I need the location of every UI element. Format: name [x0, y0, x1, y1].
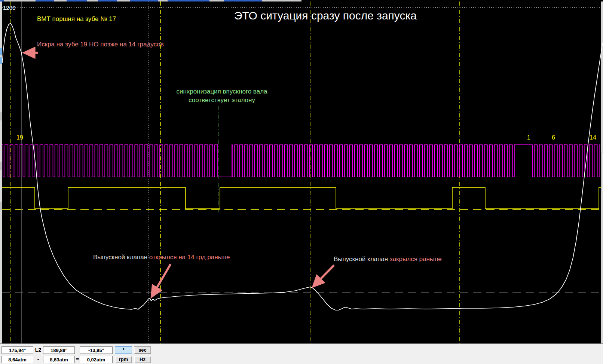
- tooth-number-6: 6: [552, 134, 555, 141]
- tooth-number-1: 1: [527, 134, 530, 141]
- unit-degrees-button[interactable]: °: [115, 346, 132, 354]
- valve-close-text-white: Выпускной клапан: [334, 256, 390, 263]
- cam-sync-line2: соответствует эталону: [189, 97, 255, 104]
- angle-measure-b-field: 189,89°: [43, 346, 75, 354]
- unit-hz-button[interactable]: Hz: [134, 356, 151, 363]
- unit-rpm-button[interactable]: rpm: [115, 356, 132, 363]
- tooth-number-14: 14: [590, 134, 596, 141]
- minus-operator-label: -: [34, 356, 43, 363]
- valve-open-text-white: Выпускной клапан: [93, 254, 149, 261]
- pressure-measure-a-field: 8,64atm: [1, 356, 33, 363]
- tdc-annotation: ВМТ поршня на зубе № 17: [37, 15, 116, 23]
- unit-seconds-button[interactable]: sec: [134, 346, 151, 354]
- valve-open-annotation: Выпускной клапан открылся на 14 грд рань…: [93, 254, 230, 261]
- valve-close-annotation: Выпускной клапан закрылся раньше: [334, 256, 442, 263]
- spark-annotation: Искра на зубе 19 НО позже на 14 градусов: [37, 41, 164, 48]
- angle-measure-a-field: 175,94°: [1, 346, 33, 354]
- equals-operator-label: =: [75, 356, 80, 363]
- valve-open-text-pink: открылся на 14 грд раньше: [149, 254, 230, 261]
- angle-diff-field: -13,95°: [80, 346, 113, 354]
- pressure-measure-b-field: 8,63atm: [43, 356, 75, 363]
- marker-label: L2: [34, 346, 43, 354]
- status-bar: 175,94° L2 189,89° -13,95° ° sec 8,64atm…: [0, 343, 603, 364]
- waveform-canvas[interactable]: [0, 0, 603, 343]
- cam-sync-annotation: синхронизация впускного вала соответству…: [162, 87, 282, 104]
- oscilloscope-screen: 1200 ЭТО ситуация сразу после запуска ВМ…: [0, 0, 603, 364]
- pressure-diff-field: 0,02atm: [80, 356, 113, 363]
- tooth-number-19: 19: [16, 134, 23, 141]
- cam-sync-line1: синхронизация впускного вала: [176, 88, 267, 95]
- valve-close-text-pink: закрылся раньше: [390, 256, 442, 263]
